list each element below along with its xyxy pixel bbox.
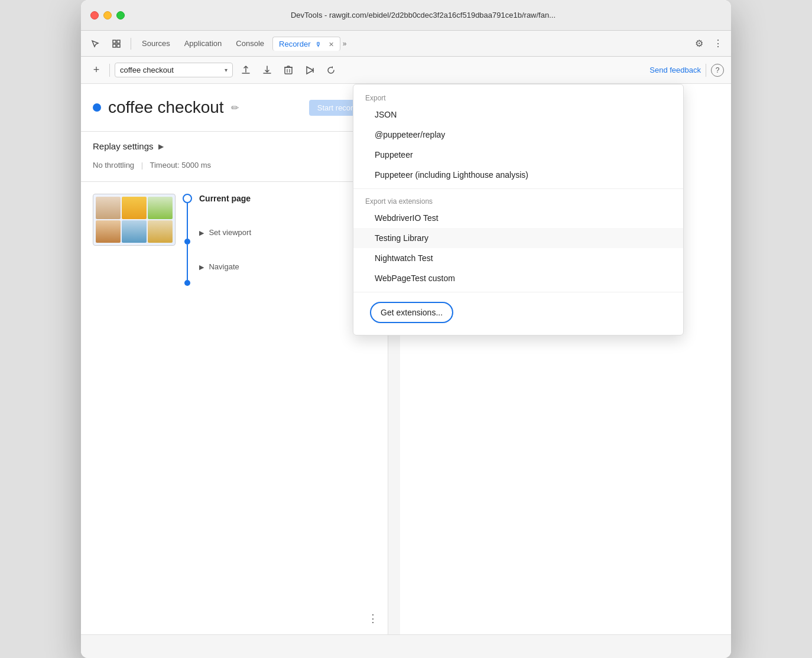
- download-button[interactable]: [259, 62, 275, 79]
- replay-settings-row[interactable]: Replay settings ▶: [93, 132, 376, 161]
- export-webdriverio-item[interactable]: WebdriverIO Test: [353, 208, 683, 228]
- coffee-item-6: [148, 220, 173, 243]
- panel-divider-2: [81, 181, 388, 182]
- toolbar-separator-1: [109, 64, 110, 77]
- title-bar: DevTools - rawgit.com/ebidel/2d2bb0cdec3…: [81, 0, 731, 31]
- help-button[interactable]: ?: [711, 64, 724, 77]
- step-content: Current page ▶ Set viewport ▶ Navigate: [199, 194, 376, 272]
- toolbar: + coffee checkout ▾: [81, 57, 731, 84]
- set-viewport-label: Set viewport: [209, 228, 251, 237]
- timeline-circle-1: [183, 194, 192, 203]
- settings-divider: |: [141, 161, 143, 170]
- toolbar-separator-2: [706, 64, 706, 77]
- selector-chevron-icon: ▾: [225, 67, 228, 73]
- navigate-arrow-icon: ▶: [199, 263, 204, 271]
- tab-recorder[interactable]: Recorder 🎙 ✕: [272, 37, 340, 51]
- export-testing-library-item[interactable]: Testing Library: [353, 228, 683, 248]
- svg-rect-0: [113, 40, 116, 43]
- inspect-icon[interactable]: [107, 34, 126, 53]
- more-tabs-icon[interactable]: »: [343, 40, 347, 48]
- current-page-row: Current page ▶ Set viewport ▶ Navigate: [93, 194, 376, 286]
- timeline-line-1: [187, 203, 188, 239]
- export-puppeteer-replay-item[interactable]: @puppeteer/replay: [353, 125, 683, 145]
- tab-console[interactable]: Console: [230, 37, 270, 50]
- set-viewport-step[interactable]: ▶ Set viewport: [199, 227, 376, 237]
- edit-title-icon[interactable]: ✏: [231, 102, 239, 113]
- recording-status-dot: [93, 103, 101, 112]
- cursor-icon[interactable]: [86, 34, 105, 53]
- export-extensions-header: Export via extensions: [353, 193, 683, 208]
- tab-application[interactable]: Application: [178, 37, 228, 50]
- extensions-divider: [353, 292, 683, 292]
- settings-icon[interactable]: ⚙: [691, 35, 707, 52]
- coffee-grid: [93, 194, 175, 245]
- timeline-line-2: [187, 245, 188, 280]
- minimize-button[interactable]: [103, 11, 112, 19]
- send-feedback-link[interactable]: Send feedback: [649, 66, 701, 74]
- export-nightwatch-item[interactable]: Nightwatch Test: [353, 248, 683, 268]
- window-title: DevTools - rawgit.com/ebidel/2d2bb0cdec3…: [125, 11, 722, 19]
- devtools-window: DevTools - rawgit.com/ebidel/2d2bb0cdec3…: [81, 0, 731, 658]
- export-puppeteer-item[interactable]: Puppeteer: [353, 145, 683, 165]
- no-throttling-label: No throttling: [93, 161, 134, 170]
- timeline-area: Current page ▶ Set viewport ▶ Navigate: [93, 194, 376, 286]
- navigate-label: Navigate: [209, 262, 239, 271]
- recording-selector[interactable]: coffee checkout ▾: [115, 63, 233, 77]
- timeline-dot-2: [184, 280, 190, 286]
- more-actions-button[interactable]: ⋮: [368, 612, 378, 625]
- play-button[interactable]: [301, 62, 318, 79]
- main-content: coffee checkout ✏ Start recording Replay…: [81, 84, 731, 634]
- svg-rect-4: [285, 67, 292, 74]
- export-menu-divider: [353, 188, 683, 189]
- step-arrow-icon: ▶: [199, 229, 204, 236]
- recorder-icon: 🎙: [315, 41, 321, 48]
- recording-title: coffee checkout: [108, 98, 224, 117]
- tab-bar: Sources Application Console Recorder 🎙 ✕…: [81, 31, 731, 57]
- navigate-step[interactable]: ▶ Navigate: [199, 261, 376, 272]
- tab-close-icon[interactable]: ✕: [329, 41, 334, 48]
- svg-rect-1: [117, 40, 120, 43]
- coffee-item-1: [96, 197, 121, 219]
- tab-sources[interactable]: Sources: [136, 37, 176, 50]
- current-page-title: Current page: [199, 194, 376, 203]
- export-webpagetest-item[interactable]: WebPageTest custom: [353, 268, 683, 288]
- coffee-item-2: [122, 197, 147, 219]
- export-dropdown: Export JSON @puppeteer/replay Puppeteer …: [353, 84, 684, 335]
- more-options-icon[interactable]: ⋮: [710, 35, 726, 52]
- upload-button[interactable]: [238, 62, 254, 79]
- replay-button[interactable]: [323, 62, 339, 79]
- replay-settings-arrow: ▶: [158, 142, 164, 151]
- coffee-item-4: [96, 220, 121, 243]
- export-section-header: Export: [353, 89, 683, 105]
- svg-rect-2: [113, 44, 116, 47]
- selected-recording-name: coffee checkout: [120, 66, 221, 74]
- timeout-label: Timeout: 5000 ms: [150, 161, 212, 170]
- svg-marker-8: [307, 67, 313, 74]
- export-json-item[interactable]: JSON: [353, 105, 683, 125]
- left-panel: coffee checkout ✏ Start recording Replay…: [81, 84, 388, 634]
- traffic-lights: [90, 11, 125, 19]
- delete-button[interactable]: [280, 62, 297, 79]
- replay-settings-label: Replay settings: [93, 141, 154, 151]
- svg-rect-3: [117, 44, 120, 47]
- close-button[interactable]: [90, 11, 99, 19]
- settings-detail: No throttling | Timeout: 5000 ms: [93, 161, 376, 170]
- timeline-dot-1: [184, 239, 190, 245]
- bottom-bar: [81, 634, 731, 658]
- recording-title-row: coffee checkout ✏ Start recording: [93, 98, 376, 117]
- coffee-item-5: [122, 220, 147, 243]
- get-extensions-button[interactable]: Get extensions...: [370, 302, 453, 323]
- export-puppeteer-lighthouse-item[interactable]: Puppeteer (including Lighthouse analysis…: [353, 165, 683, 185]
- screenshot-thumbnail: [93, 194, 176, 246]
- tab-separator-1: [131, 38, 131, 50]
- coffee-item-3: [148, 197, 173, 219]
- maximize-button[interactable]: [116, 11, 125, 19]
- add-recording-button[interactable]: +: [88, 62, 105, 79]
